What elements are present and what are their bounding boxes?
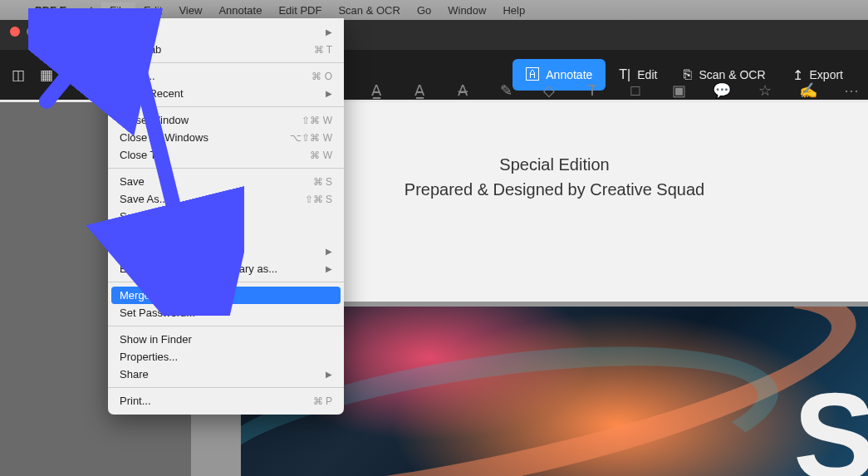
menu-export-to[interactable]: Export To▶ (108, 243, 344, 260)
menu-edit-pdf[interactable]: Edit PDF (270, 2, 330, 18)
macos-menubar: PDF Expert File Edit View Annotate Edit … (0, 0, 868, 20)
menu-view[interactable]: View (170, 2, 210, 18)
image-tool-icon[interactable]: ▣ (668, 81, 689, 100)
menu-edit[interactable]: Edit (135, 2, 170, 18)
text-tool-icon[interactable]: T (581, 82, 603, 100)
more-tools-icon[interactable]: ⋯ (841, 81, 862, 100)
menu-help[interactable]: Help (494, 2, 533, 18)
menu-separator (108, 168, 344, 169)
pen-tool-icon[interactable]: ✎ (495, 81, 517, 100)
menu-print[interactable]: Print...⌘ P (108, 392, 344, 410)
menu-separator (108, 62, 344, 63)
menu-open[interactable]: Open...⌘ O (108, 67, 344, 85)
menu-window[interactable]: Window (439, 2, 494, 18)
menu-scan-ocr[interactable]: Scan & OCR (330, 2, 408, 18)
file-menu-dropdown: New▶ New Tab⌘ T Open...⌘ O Open Recent▶ … (108, 18, 344, 415)
thumbnails-icon[interactable]: ▦ (40, 66, 53, 84)
chevron-right-icon: ▶ (326, 247, 332, 256)
export-label: Export (810, 68, 843, 81)
edit-icon: T| (619, 67, 630, 82)
shapes-tool-icon[interactable]: □ (625, 82, 646, 100)
menu-save-as[interactable]: Save As...⇧⌘ S (108, 190, 344, 208)
menu-save-flatten[interactable]: Save as Flatten... (108, 208, 344, 225)
eraser-tool-icon[interactable]: ◇ (538, 81, 560, 100)
scan-icon: ⎘ (684, 67, 692, 82)
menu-new-tab[interactable]: New Tab⌘ T (108, 41, 344, 58)
search-icon[interactable]: 🔍 (68, 66, 86, 84)
menu-properties[interactable]: Properties... (108, 348, 344, 366)
menu-file[interactable]: File (101, 2, 135, 18)
annotate-icon: 🄰 (526, 67, 539, 82)
menu-app[interactable]: PDF Expert (27, 2, 101, 18)
menu-annotate[interactable]: Annotate (210, 2, 270, 18)
chevron-right-icon: ▶ (326, 27, 332, 37)
menu-share[interactable]: Share▶ (108, 366, 344, 383)
menu-reduce-size[interactable]: Reduce File Size... (108, 225, 344, 243)
signature-tool-icon[interactable]: ✍ (797, 81, 819, 100)
scan-label: Scan & OCR (699, 68, 765, 81)
menu-close-window[interactable]: Close Window⇧⌘ W (108, 111, 344, 129)
sidebar-toggle-icon[interactable]: ◫ (12, 66, 25, 84)
underline-tool-icon[interactable]: A̲ (409, 81, 430, 100)
menu-separator (108, 106, 344, 107)
stamp-tool-icon[interactable]: ☆ (754, 81, 776, 100)
chevron-right-icon: ▶ (326, 370, 332, 379)
menu-show-in-finder[interactable]: Show in Finder (108, 331, 344, 348)
chevron-right-icon: ▶ (326, 89, 332, 98)
minimize-window-icon[interactable] (27, 27, 37, 37)
cover-letter: S (793, 366, 868, 476)
menu-save[interactable]: Save⌘ S (108, 173, 344, 190)
zoom-window-icon[interactable] (43, 27, 53, 37)
menu-export-annotation[interactable]: Export Annotation Summary as...▶ (108, 260, 344, 277)
highlight-tool-icon[interactable]: A̲ (365, 81, 387, 100)
menu-set-password[interactable]: Set Password... (108, 304, 344, 321)
annotate-label: Annotate (546, 68, 592, 81)
menu-close-all-windows[interactable]: Close All Windows⌥⇧⌘ W (108, 129, 344, 146)
strikeout-tool-icon[interactable]: A̶ (452, 81, 473, 100)
menu-open-recent[interactable]: Open Recent▶ (108, 85, 344, 102)
document-tab[interactable]: * ... (61, 23, 93, 45)
menu-merge-files[interactable]: Merge Files... (111, 287, 341, 304)
edit-label: Edit (637, 68, 657, 81)
close-window-icon[interactable] (10, 27, 20, 37)
window-controls (10, 27, 53, 37)
annotation-tools: A̲ A̲ A̶ ✎ ◇ T □ ▣ 💬 ☆ ✍ ⋯ (365, 81, 851, 100)
menu-separator (108, 326, 344, 326)
menu-new[interactable]: New▶ (108, 23, 344, 41)
export-icon: ↥ (792, 67, 803, 83)
menu-go[interactable]: Go (409, 2, 439, 18)
note-tool-icon[interactable]: 💬 (711, 81, 733, 100)
chevron-right-icon: ▶ (326, 264, 332, 273)
menu-separator (108, 282, 344, 282)
menu-separator (108, 387, 344, 388)
menu-close-tab[interactable]: Close Tab⌘ W (108, 146, 344, 164)
